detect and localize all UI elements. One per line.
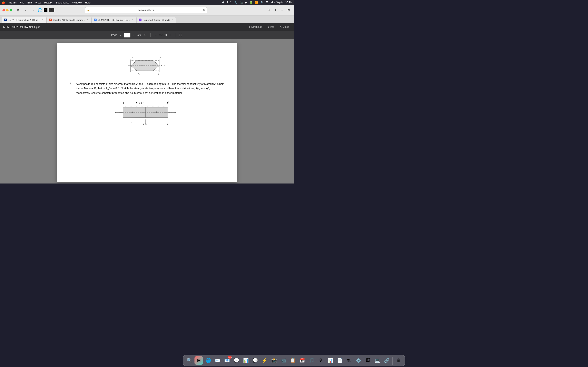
tab-lab1[interactable]: G MEMS 1042 Lab1 Memo - Google Docs × (91, 17, 136, 23)
pdf-header: MEMS 1052 F24 HW Set 1.pdf ⬇ Download ℹ … (0, 23, 294, 31)
forward-button[interactable]: › (30, 7, 36, 13)
info-label: Info (270, 25, 274, 28)
tab-favicon-gdocs: G (94, 18, 96, 21)
problem-number-3: 3. (69, 82, 73, 95)
svg-text:2: 2 (143, 101, 144, 103)
tab-title-set1: Set #1 - Fouriers Law & Diffusion Equati… (8, 19, 40, 21)
menu-edit[interactable]: Edit (27, 1, 32, 4)
page-navigation: Page ‹ › of 2 (111, 33, 141, 38)
time-display: Mon Sep 9 1:35 PM (271, 1, 292, 4)
url-display[interactable]: canvas.pitt.edu (91, 9, 201, 12)
menu-bookmarks[interactable]: Bookmarks (56, 1, 69, 4)
zoom-in-button[interactable]: + (168, 33, 172, 37)
tab-title-studyx: Homework Space - StudyX (143, 19, 170, 21)
zoom-out-button[interactable]: − (154, 33, 158, 37)
maximize-window-button[interactable] (10, 9, 12, 11)
close-window-button[interactable] (2, 9, 5, 11)
screenshot-icon: 📷 (240, 1, 243, 4)
svg-text:T: T (130, 57, 132, 59)
tab-chapter2[interactable]: C Chapter 2 Solutions | Fundamentals of … (47, 17, 91, 23)
svg-marker-43 (174, 112, 176, 113)
titlebar: ⊞ ‹ › 🌐 🅷 JS 🔒 canvas.pitt.edu ↻ ⬇ ⬆ + ⊟ (0, 5, 294, 16)
address-bar[interactable]: 🔒 canvas.pitt.edu ↻ (85, 7, 207, 13)
media-icon: ▶ (245, 1, 247, 4)
diagram-hexagonal-rod: T 1 T 2 (69, 55, 225, 78)
svg-text:L: L (158, 73, 159, 75)
svg-marker-15 (138, 73, 139, 75)
tab-close-studyx[interactable]: × (171, 18, 174, 21)
extension-3d-icon[interactable]: 🌐 (38, 8, 42, 12)
share-button[interactable]: ⬆ (273, 7, 278, 13)
menu-file[interactable]: File (20, 1, 24, 4)
tab-studyx[interactable]: S Homework Space - StudyX × (136, 17, 176, 23)
battery-icon: 🔋 (250, 1, 252, 4)
sidebar-toggle-button[interactable]: ⊞ (16, 7, 21, 13)
close-icon: ✕ (280, 25, 282, 28)
tab-favicon-pitt: P (4, 18, 7, 21)
traffic-lights (2, 9, 12, 11)
download-manager-button[interactable]: ⬇ (266, 7, 272, 13)
next-page-button[interactable]: › (132, 33, 136, 37)
extension-h-icon[interactable]: 🅷 (44, 8, 47, 12)
menubar-status: ☁️ PLC 🔧 📷 ▶ 🔋 📶 🔍 ☰ Mon Sep 9 1:35 PM (222, 1, 292, 4)
diagram-composite-rod: T 1 T 1 < T 2 T 2 (69, 100, 225, 129)
tab-favicon-canvas: C (49, 18, 52, 21)
ssl-lock-icon: 🔒 (87, 9, 90, 11)
tab-favicon-studyx: S (139, 18, 141, 21)
svg-text:x: x (139, 73, 140, 75)
download-button[interactable]: ⬇ Download (247, 25, 264, 29)
apple-menu[interactable]: 🍎 (2, 1, 5, 4)
svg-text:T: T (136, 102, 137, 104)
browser-window: ⊞ ‹ › 🌐 🅷 JS 🔒 canvas.pitt.edu ↻ ⬇ ⬆ + ⊟… (0, 5, 294, 184)
pdf-page: T 1 T 2 (57, 43, 237, 182)
fullscreen-button[interactable]: ⛶ (178, 33, 183, 37)
close-label: Close (283, 25, 289, 28)
close-pdf-button[interactable]: ✕ Close (278, 25, 291, 29)
svg-text:T: T (158, 57, 160, 59)
problem-3: 3. A composite rod consists of two diffe… (69, 82, 225, 95)
pdf-content-area[interactable]: T 1 T 2 (0, 39, 294, 184)
page-label: Page (111, 34, 117, 36)
tab-title-chapter2: Chapter 2 Solutions | Fundamentals of He… (53, 19, 85, 21)
tab-set1[interactable]: P Set #1 - Fouriers Law & Diffusion Equa… (2, 17, 47, 23)
refresh-button[interactable]: ↻ (143, 33, 148, 37)
cloud-icon: ☁️ (222, 1, 225, 4)
total-pages-label: of 2 (138, 34, 141, 36)
svg-text:<: < (139, 102, 140, 104)
menu-history[interactable]: History (44, 1, 52, 4)
tab-close-chapter2[interactable]: × (86, 18, 89, 21)
download-label: Download (251, 25, 262, 28)
download-icon: ⬇ (248, 25, 250, 28)
new-tab-button[interactable]: + (279, 7, 285, 13)
svg-text:T: T (141, 102, 143, 104)
tab-close-lab1[interactable]: × (131, 18, 134, 21)
menu-view[interactable]: View (35, 1, 41, 4)
titlebar-actions: ⬇ ⬆ + ⊟ (266, 7, 292, 13)
svg-text:x: x (132, 121, 134, 123)
page-number-input[interactable] (124, 33, 130, 38)
tabs-bar: P Set #1 - Fouriers Law & Diffusion Equa… (0, 16, 294, 23)
reload-button[interactable]: ↻ (203, 8, 205, 12)
pdf-filename: MEMS 1052 F24 HW Set 1.pdf (3, 25, 244, 29)
menu-bar: 🍎 Safari File Edit View History Bookmark… (0, 0, 294, 5)
svg-text:1: 1 (132, 57, 133, 58)
tab-overview-button[interactable]: ⊟ (286, 7, 292, 13)
prev-page-button[interactable]: ‹ (118, 33, 123, 37)
menu-safari[interactable]: Safari (9, 1, 17, 4)
extension-js-icon[interactable]: JS (49, 8, 54, 12)
menu-window[interactable]: Window (72, 1, 82, 4)
minimize-window-button[interactable] (6, 9, 9, 11)
tab-close-set1[interactable]: × (42, 18, 44, 21)
svg-text:2: 2 (168, 101, 169, 103)
notification-icon[interactable]: ☰ (266, 1, 268, 4)
menu-help[interactable]: Help (85, 1, 90, 4)
svg-text:T: T (164, 64, 165, 67)
back-button[interactable]: ‹ (23, 7, 29, 13)
svg-marker-45 (131, 122, 132, 123)
search-icon[interactable]: 🔍 (260, 1, 264, 4)
svg-text:1 >: 1 > (159, 64, 162, 67)
tab-title-lab1: MEMS 1042 Lab1 Memo - Google Docs (98, 19, 130, 21)
info-button[interactable]: ℹ Info (266, 25, 276, 29)
zoom-label: ZOOM (159, 34, 167, 36)
svg-text:T: T (167, 102, 168, 104)
